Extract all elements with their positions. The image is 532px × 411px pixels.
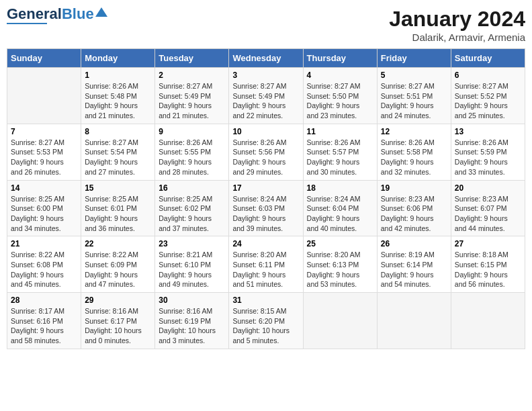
calendar-cell: 27Sunrise: 8:18 AM Sunset: 6:15 PM Dayli… xyxy=(451,236,525,293)
calendar-cell: 25Sunrise: 8:20 AM Sunset: 6:13 PM Dayli… xyxy=(303,236,377,293)
day-info: Sunrise: 8:26 AM Sunset: 5:55 PM Dayligh… xyxy=(159,138,212,176)
calendar-cell: 26Sunrise: 8:19 AM Sunset: 6:14 PM Dayli… xyxy=(377,236,451,293)
calendar-cell: 6Sunrise: 8:27 AM Sunset: 5:52 PM Daylig… xyxy=(451,68,525,124)
day-number: 15 xyxy=(85,183,151,193)
calendar-cell: 20Sunrise: 8:23 AM Sunset: 6:07 PM Dayli… xyxy=(451,180,525,236)
calendar-cell: 28Sunrise: 8:17 AM Sunset: 6:16 PM Dayli… xyxy=(7,293,81,349)
calendar-week-4: 21Sunrise: 8:22 AM Sunset: 6:08 PM Dayli… xyxy=(7,236,525,293)
calendar-cell xyxy=(303,293,377,349)
day-number: 14 xyxy=(11,183,77,193)
header-sunday: Sunday xyxy=(7,49,81,68)
day-number: 4 xyxy=(307,71,373,80)
calendar-cell xyxy=(7,68,81,124)
header-friday: Friday xyxy=(377,49,451,68)
day-number: 19 xyxy=(381,183,447,193)
logo-text: GeneralBlue xyxy=(7,7,94,21)
header-saturday: Saturday xyxy=(451,49,525,68)
calendar-cell: 2Sunrise: 8:27 AM Sunset: 5:49 PM Daylig… xyxy=(155,68,229,124)
day-number: 26 xyxy=(381,239,447,248)
day-number: 6 xyxy=(455,71,521,80)
day-info: Sunrise: 8:26 AM Sunset: 5:48 PM Dayligh… xyxy=(85,82,138,120)
calendar-cell: 22Sunrise: 8:22 AM Sunset: 6:09 PM Dayli… xyxy=(81,236,155,293)
day-info: Sunrise: 8:20 AM Sunset: 6:13 PM Dayligh… xyxy=(307,250,361,288)
day-info: Sunrise: 8:24 AM Sunset: 6:03 PM Dayligh… xyxy=(232,195,286,232)
day-info: Sunrise: 8:27 AM Sunset: 5:52 PM Dayligh… xyxy=(455,82,508,120)
day-info: Sunrise: 8:27 AM Sunset: 5:49 PM Dayligh… xyxy=(159,82,212,120)
day-number: 2 xyxy=(159,71,225,80)
day-number: 31 xyxy=(232,295,299,305)
calendar-cell: 29Sunrise: 8:16 AM Sunset: 6:17 PM Dayli… xyxy=(81,293,155,349)
day-number: 18 xyxy=(307,183,373,193)
calendar-cell: 11Sunrise: 8:26 AM Sunset: 5:57 PM Dayli… xyxy=(303,124,377,180)
day-info: Sunrise: 8:16 AM Sunset: 6:17 PM Dayligh… xyxy=(85,307,142,345)
day-number: 22 xyxy=(85,239,151,248)
calendar-cell: 16Sunrise: 8:25 AM Sunset: 6:02 PM Dayli… xyxy=(155,180,229,236)
calendar-header-row: SundayMondayTuesdayWednesdayThursdayFrid… xyxy=(7,49,525,68)
logo-line xyxy=(7,23,47,24)
day-info: Sunrise: 8:27 AM Sunset: 5:51 PM Dayligh… xyxy=(381,82,435,120)
day-number: 23 xyxy=(159,239,225,248)
day-info: Sunrise: 8:22 AM Sunset: 6:08 PM Dayligh… xyxy=(11,250,64,288)
day-info: Sunrise: 8:18 AM Sunset: 6:15 PM Dayligh… xyxy=(455,250,508,288)
logo: GeneralBlue xyxy=(7,7,107,24)
calendar-cell: 30Sunrise: 8:16 AM Sunset: 6:19 PM Dayli… xyxy=(155,293,229,349)
day-info: Sunrise: 8:27 AM Sunset: 5:50 PM Dayligh… xyxy=(307,82,361,120)
day-number: 11 xyxy=(307,127,373,136)
month-title: January 2024 xyxy=(389,7,525,32)
day-info: Sunrise: 8:15 AM Sunset: 6:20 PM Dayligh… xyxy=(232,307,290,345)
logo-icon xyxy=(95,7,107,17)
day-info: Sunrise: 8:27 AM Sunset: 5:54 PM Dayligh… xyxy=(85,138,138,176)
day-number: 25 xyxy=(307,239,373,248)
calendar-cell xyxy=(377,293,451,349)
calendar-cell: 18Sunrise: 8:24 AM Sunset: 6:04 PM Dayli… xyxy=(303,180,377,236)
day-number: 27 xyxy=(455,239,521,248)
calendar-cell: 5Sunrise: 8:27 AM Sunset: 5:51 PM Daylig… xyxy=(377,68,451,124)
day-number: 10 xyxy=(232,127,299,136)
day-info: Sunrise: 8:26 AM Sunset: 5:56 PM Dayligh… xyxy=(232,138,286,176)
header-thursday: Thursday xyxy=(303,49,377,68)
calendar-cell: 10Sunrise: 8:26 AM Sunset: 5:56 PM Dayli… xyxy=(229,124,303,180)
day-number: 9 xyxy=(159,127,225,136)
day-info: Sunrise: 8:23 AM Sunset: 6:07 PM Dayligh… xyxy=(455,195,508,232)
day-number: 1 xyxy=(85,71,151,80)
day-number: 7 xyxy=(11,127,77,136)
day-info: Sunrise: 8:19 AM Sunset: 6:14 PM Dayligh… xyxy=(381,250,435,288)
title-block: January 2024 Dalarik, Armavir, Armenia xyxy=(389,7,525,43)
header-monday: Monday xyxy=(81,49,155,68)
day-number: 21 xyxy=(11,239,77,248)
day-number: 8 xyxy=(85,127,151,136)
calendar-cell: 1Sunrise: 8:26 AM Sunset: 5:48 PM Daylig… xyxy=(81,68,155,124)
location: Dalarik, Armavir, Armenia xyxy=(389,32,525,43)
calendar-table: SundayMondayTuesdayWednesdayThursdayFrid… xyxy=(7,48,525,349)
day-number: 24 xyxy=(232,239,299,248)
day-number: 28 xyxy=(11,295,77,305)
day-info: Sunrise: 8:27 AM Sunset: 5:53 PM Dayligh… xyxy=(11,138,64,176)
header-wednesday: Wednesday xyxy=(229,49,303,68)
day-info: Sunrise: 8:25 AM Sunset: 6:00 PM Dayligh… xyxy=(11,195,64,232)
calendar-week-2: 7Sunrise: 8:27 AM Sunset: 5:53 PM Daylig… xyxy=(7,124,525,180)
page-header: GeneralBlue January 2024 Dalarik, Armavi… xyxy=(7,7,525,43)
calendar-cell: 13Sunrise: 8:26 AM Sunset: 5:59 PM Dayli… xyxy=(451,124,525,180)
day-number: 5 xyxy=(381,71,447,80)
calendar-week-1: 1Sunrise: 8:26 AM Sunset: 5:48 PM Daylig… xyxy=(7,68,525,124)
calendar-cell: 31Sunrise: 8:15 AM Sunset: 6:20 PM Dayli… xyxy=(229,293,303,349)
day-number: 3 xyxy=(232,71,299,80)
calendar-cell: 12Sunrise: 8:26 AM Sunset: 5:58 PM Dayli… xyxy=(377,124,451,180)
calendar-cell: 21Sunrise: 8:22 AM Sunset: 6:08 PM Dayli… xyxy=(7,236,81,293)
calendar-week-3: 14Sunrise: 8:25 AM Sunset: 6:00 PM Dayli… xyxy=(7,180,525,236)
day-info: Sunrise: 8:23 AM Sunset: 6:06 PM Dayligh… xyxy=(381,195,435,232)
day-info: Sunrise: 8:16 AM Sunset: 6:19 PM Dayligh… xyxy=(159,307,216,345)
day-info: Sunrise: 8:22 AM Sunset: 6:09 PM Dayligh… xyxy=(85,250,138,288)
day-info: Sunrise: 8:25 AM Sunset: 6:01 PM Dayligh… xyxy=(85,195,138,232)
day-info: Sunrise: 8:24 AM Sunset: 6:04 PM Dayligh… xyxy=(307,195,361,232)
svg-marker-0 xyxy=(95,7,107,17)
calendar-cell: 3Sunrise: 8:27 AM Sunset: 5:49 PM Daylig… xyxy=(229,68,303,124)
day-number: 20 xyxy=(455,183,521,193)
day-info: Sunrise: 8:25 AM Sunset: 6:02 PM Dayligh… xyxy=(159,195,212,232)
calendar-cell: 24Sunrise: 8:20 AM Sunset: 6:11 PM Dayli… xyxy=(229,236,303,293)
calendar-cell: 9Sunrise: 8:26 AM Sunset: 5:55 PM Daylig… xyxy=(155,124,229,180)
calendar-cell: 4Sunrise: 8:27 AM Sunset: 5:50 PM Daylig… xyxy=(303,68,377,124)
day-number: 13 xyxy=(455,127,521,136)
calendar-week-5: 28Sunrise: 8:17 AM Sunset: 6:16 PM Dayli… xyxy=(7,293,525,349)
day-number: 29 xyxy=(85,295,151,305)
